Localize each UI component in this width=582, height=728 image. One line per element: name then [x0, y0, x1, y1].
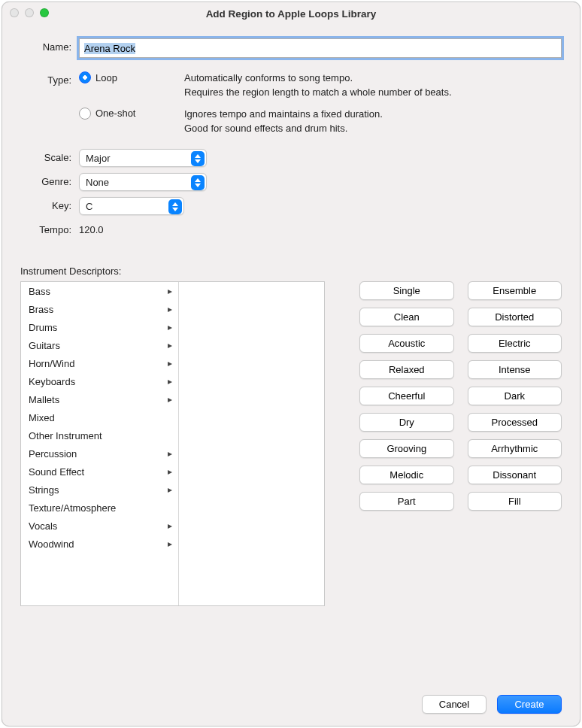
- chevron-right-icon: ▸: [168, 322, 172, 332]
- descriptors-heading: Instrument Descriptors:: [20, 265, 562, 277]
- instrument-category[interactable]: Brass▸: [21, 300, 178, 318]
- key-popup[interactable]: C: [79, 197, 184, 215]
- instrument-category[interactable]: Horn/Wind▸: [21, 354, 178, 372]
- type-oneshot-label: One-shot: [95, 108, 135, 119]
- tag-button[interactable]: Relaxed: [359, 360, 454, 379]
- tag-button[interactable]: Electric: [468, 334, 562, 353]
- dialog-window: Add Region to Apple Loops Library Name: …: [2, 2, 580, 726]
- tag-button[interactable]: Fill: [468, 492, 562, 511]
- instrument-category[interactable]: Texture/Atmosphere: [21, 499, 178, 517]
- instrument-category[interactable]: Mixed: [21, 408, 178, 426]
- instrument-category[interactable]: Sound Effect▸: [21, 463, 178, 481]
- genre-value: None: [86, 177, 109, 188]
- instrument-category-label: Vocals: [29, 520, 57, 532]
- chevron-right-icon: ▸: [168, 358, 172, 369]
- instrument-category[interactable]: Vocals▸: [21, 517, 178, 535]
- window-controls: [10, 8, 49, 17]
- type-oneshot-description: Ignores tempo and maintains a fixed dura…: [184, 108, 562, 136]
- tag-button[interactable]: Arrhythmic: [468, 439, 562, 458]
- instrument-category-label: Keyboards: [29, 376, 75, 387]
- key-label: Key:: [20, 197, 79, 211]
- tempo-value: 120.0: [79, 221, 562, 235]
- type-loop-option[interactable]: Loop: [79, 71, 184, 83]
- instrument-category-label: Drums: [29, 322, 57, 333]
- instrument-subpane: [179, 282, 324, 605]
- tag-button[interactable]: Grooving: [359, 439, 454, 458]
- genre-label: Genre:: [20, 173, 79, 187]
- titlebar: Add Region to Apple Loops Library: [2, 2, 580, 25]
- type-oneshot-option[interactable]: One-shot: [79, 108, 184, 120]
- chevron-right-icon: ▸: [168, 304, 172, 314]
- genre-popup[interactable]: None: [79, 173, 207, 191]
- create-button[interactable]: Create: [497, 695, 562, 714]
- tag-button[interactable]: Processed: [468, 413, 562, 432]
- instrument-category-label: Woodwind: [29, 538, 74, 550]
- instrument-category[interactable]: Mallets▸: [21, 390, 178, 408]
- tag-button[interactable]: Ensemble: [468, 281, 562, 300]
- instrument-category-label: Percussion: [29, 448, 77, 460]
- instrument-category-label: Texture/Atmosphere: [29, 502, 116, 514]
- chevron-right-icon: ▸: [168, 286, 172, 296]
- chevron-right-icon: ▸: [168, 448, 172, 459]
- tag-button[interactable]: Part: [359, 492, 454, 511]
- instrument-category-label: Mallets: [29, 394, 59, 405]
- instrument-category-label: Bass: [29, 286, 50, 297]
- chevron-right-icon: ▸: [168, 484, 172, 495]
- minimize-button[interactable]: [25, 8, 34, 17]
- tag-button[interactable]: Cheerful: [359, 387, 454, 405]
- type-loop-radio[interactable]: [79, 71, 91, 83]
- cancel-button[interactable]: Cancel: [422, 695, 487, 714]
- instrument-category[interactable]: Bass▸: [21, 282, 178, 300]
- name-input[interactable]: [79, 38, 562, 58]
- chevron-right-icon: ▸: [168, 376, 172, 387]
- instrument-category[interactable]: Strings▸: [21, 481, 178, 499]
- instrument-category[interactable]: Guitars▸: [21, 336, 178, 354]
- instrument-category-label: Horn/Wind: [29, 358, 74, 369]
- scale-popup[interactable]: Major: [79, 149, 207, 167]
- instrument-list: Bass▸Brass▸Drums▸Guitars▸Horn/Wind▸Keybo…: [20, 281, 325, 606]
- chevron-right-icon: ▸: [168, 340, 172, 350]
- chevron-right-icon: ▸: [168, 394, 172, 405]
- chevron-right-icon: ▸: [168, 538, 172, 549]
- chevron-right-icon: ▸: [168, 520, 172, 531]
- scale-label: Scale:: [20, 149, 79, 163]
- scale-value: Major: [86, 153, 111, 164]
- type-loop-label: Loop: [95, 72, 117, 83]
- tag-button[interactable]: Clean: [359, 308, 454, 326]
- instrument-category[interactable]: Woodwind▸: [21, 535, 178, 553]
- tag-button[interactable]: Melodic: [359, 466, 454, 484]
- tag-button[interactable]: Dark: [468, 387, 562, 405]
- window-title: Add Region to Apple Loops Library: [2, 8, 580, 20]
- close-button[interactable]: [10, 8, 19, 17]
- instrument-category[interactable]: Percussion▸: [21, 444, 178, 463]
- chevron-right-icon: ▸: [168, 466, 172, 477]
- instrument-category-label: Sound Effect: [29, 466, 84, 478]
- type-oneshot-radio[interactable]: [79, 108, 91, 120]
- instrument-category-label: Other Instrument: [29, 430, 102, 441]
- instrument-category-label: Strings: [29, 484, 59, 496]
- tag-button[interactable]: Single: [359, 281, 454, 300]
- tag-button[interactable]: Distorted: [468, 308, 562, 326]
- instrument-category-label: Mixed: [29, 412, 55, 423]
- tag-button[interactable]: Intense: [468, 360, 562, 379]
- tag-button[interactable]: Dry: [359, 413, 454, 432]
- tag-button[interactable]: Dissonant: [468, 466, 562, 484]
- type-loop-description: Automatically conforms to song tempo.Req…: [184, 71, 562, 100]
- key-value: C: [86, 201, 92, 212]
- instrument-category[interactable]: Other Instrument: [21, 426, 178, 444]
- zoom-button[interactable]: [40, 8, 49, 17]
- instrument-category[interactable]: Keyboards▸: [21, 372, 178, 390]
- instrument-category-label: Brass: [29, 304, 53, 315]
- popup-arrows-icon: [191, 175, 205, 190]
- instrument-category-label: Guitars: [29, 340, 60, 351]
- instrument-category[interactable]: Drums▸: [21, 318, 178, 336]
- popup-arrows-icon: [168, 199, 182, 214]
- tag-button[interactable]: Acoustic: [359, 334, 454, 353]
- name-label: Name:: [20, 38, 79, 53]
- popup-arrows-icon: [191, 151, 205, 166]
- type-label: Type:: [20, 71, 79, 86]
- tempo-label: Tempo:: [20, 221, 79, 235]
